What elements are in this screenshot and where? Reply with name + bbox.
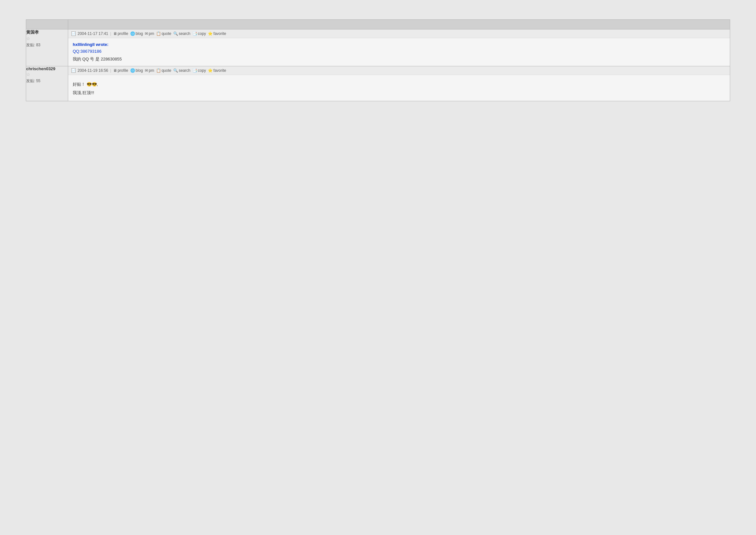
quote-link-2[interactable]: 📋 quote	[156, 68, 171, 73]
search-icon-1: 🔍	[173, 31, 178, 36]
page-wrapper: 黄国孝 ☆ 发贴: 83 📄 2004-11-17 17:41 | 🖥 prof…	[0, 0, 756, 121]
favorite-link-2[interactable]: ⭐ favorite	[208, 68, 226, 73]
user-cell-1: 黄国孝 ☆ 发贴: 83	[26, 29, 68, 66]
username-1: 黄国孝	[26, 29, 68, 35]
content-cell-2: 📄 2004-11-19 16:56 | 🖥 profile 🌐 blog ✉ …	[68, 66, 730, 101]
search-link-1[interactable]: 🔍 search	[173, 31, 190, 36]
copy-icon-1: 📑	[192, 31, 197, 36]
quote-icon-1: 📋	[156, 31, 161, 36]
content-cell-1: 📄 2004-11-17 17:41 | 🖥 profile 🌐 blog ✉ …	[68, 29, 730, 66]
pm-icon-2: ✉	[145, 68, 148, 73]
post-body-1: hxlllinlingll wrote: QQ:386793186 我的 QQ …	[68, 38, 730, 66]
favorite-icon-1: ⭐	[208, 31, 213, 36]
username-2: chrischen0329	[26, 66, 68, 71]
user-cell-2: chrischen0329 ☆ 发贴: 55	[26, 66, 68, 101]
blog-link-1[interactable]: 🌐 blog	[130, 31, 143, 36]
profile-link-1[interactable]: 🖥 profile	[113, 31, 128, 36]
pm-link-2[interactable]: ✉ pm	[145, 68, 154, 73]
quote-link-1[interactable]: 📋 quote	[156, 31, 171, 36]
user-star-2: ☆	[26, 72, 68, 77]
post-meta-2: 📄 2004-11-19 16:56 | 🖥 profile 🌐 blog ✉ …	[68, 66, 730, 75]
profile-link-2[interactable]: 🖥 profile	[113, 68, 128, 73]
quote-author-1: hxlllinlingll wrote:	[73, 42, 725, 47]
post-meta-1: 📄 2004-11-17 17:41 | 🖥 profile 🌐 blog ✉ …	[68, 29, 730, 38]
sep2: |	[110, 68, 111, 73]
copy-icon-2: 📑	[192, 68, 197, 73]
table-header-row	[26, 20, 730, 29]
search-link-2[interactable]: 🔍 search	[173, 68, 190, 73]
post-body-2: 好贴！ 😎😎, 我顶,狂顶!!!	[68, 75, 730, 101]
pm-icon-1: ✉	[145, 31, 148, 36]
post-icon-1: 📄	[71, 31, 76, 36]
quote-text-1: QQ:386793186	[73, 49, 725, 54]
post-icon-2: 📄	[71, 68, 76, 73]
user-posts-1: 发贴: 83	[26, 42, 68, 48]
header-left-cell	[26, 20, 68, 29]
post-text-2a: 好贴！ 😎😎,	[73, 81, 725, 87]
forum-table: 黄国孝 ☆ 发贴: 83 📄 2004-11-17 17:41 | 🖥 prof…	[26, 19, 730, 101]
favorite-link-1[interactable]: ⭐ favorite	[208, 31, 226, 36]
sep1: |	[110, 31, 111, 36]
blog-icon-1: 🌐	[130, 31, 135, 36]
post-text-1: 我的 QQ 号 是 228630855	[73, 56, 725, 62]
profile-icon-2: 🖥	[113, 68, 117, 73]
quote-icon-2: 📋	[156, 68, 161, 73]
timestamp-1: 2004-11-17 17:41	[78, 31, 108, 36]
search-icon-2: 🔍	[173, 68, 178, 73]
copy-link-2[interactable]: 📑 copy	[192, 68, 206, 73]
favorite-icon-2: ⭐	[208, 68, 213, 73]
profile-icon-1: 🖥	[113, 31, 117, 36]
blog-icon-2: 🌐	[130, 68, 135, 73]
copy-link-1[interactable]: 📑 copy	[192, 31, 206, 36]
user-star-1: ☆	[26, 36, 68, 41]
blog-link-2[interactable]: 🌐 blog	[130, 68, 143, 73]
header-right-cell	[68, 20, 730, 29]
timestamp-2: 2004-11-19 16:56	[78, 68, 108, 73]
pm-link-1[interactable]: ✉ pm	[145, 31, 154, 36]
post-row-1: 黄国孝 ☆ 发贴: 83 📄 2004-11-17 17:41 | 🖥 prof…	[26, 29, 730, 66]
post-row-2: chrischen0329 ☆ 发贴: 55 📄 2004-11-19 16:5…	[26, 66, 730, 101]
post-text-2b: 我顶,狂顶!!!	[73, 90, 725, 96]
user-posts-2: 发贴: 55	[26, 78, 68, 84]
